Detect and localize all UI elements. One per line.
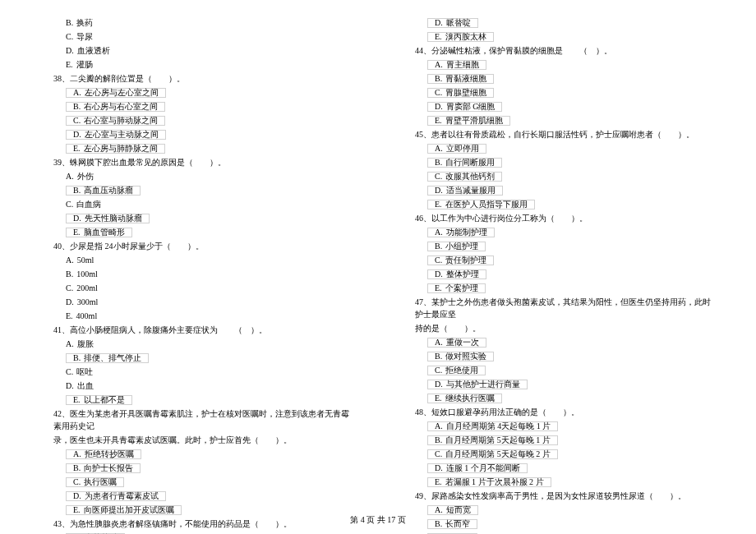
option: A.自月经周期第 4天起每晚 1 片 xyxy=(427,420,715,432)
option: D.哌替啶 xyxy=(427,16,715,29)
question-42-stem-line1: 42、医生为某患者开具医嘱青霉素肌注，护士在核对医嘱时，注意到该患者无青霉素用药… xyxy=(53,407,353,432)
option: B.胃黏液细胞 xyxy=(427,72,715,85)
option: E.以上都不是 xyxy=(66,394,353,406)
question-42-stem-line2: 录，医生也未开具青霉素皮试医嘱。此时，护士应首先（ ）。 xyxy=(53,434,353,446)
question-47-stem-line1: 47、某护士之外伤患者做头孢菌素皮试，其结果为阳性，但医生仍坚持用药，此时护士最… xyxy=(415,296,715,320)
option: D.左心室与主动脉之间 xyxy=(66,128,353,140)
option: E.若漏服 1 片于次晨补服 2 片 xyxy=(427,476,715,488)
option: D.整体护理 xyxy=(427,268,715,280)
option: A.腹胀 xyxy=(66,338,353,350)
option: E.脑血管畸形 xyxy=(66,226,353,238)
option: D.先天性脑动脉瘤 xyxy=(66,212,353,224)
option: C.右心室与肺动脉之间 xyxy=(66,114,353,127)
option: D.出血 xyxy=(66,380,353,392)
option: C.白血病 xyxy=(66,198,353,210)
option: A.50ml xyxy=(66,254,353,266)
option: C.责任制护理 xyxy=(427,254,715,266)
option: E.在医护人员指导下服用 xyxy=(427,198,715,210)
option: C.执行医嘱 xyxy=(66,476,353,488)
right-column: D.哌替啶 E.溴丙胺太林 44、分泌碱性粘液，保护胃黏膜的细胞是 （ ）。 A… xyxy=(403,16,715,534)
question-41-stem: 41、高位小肠梗阻病人，除腹痛外主要症状为 （ ）。 xyxy=(53,324,353,336)
option: A.外伤 xyxy=(66,170,353,182)
option: D.适当减量服用 xyxy=(427,184,715,196)
option: C.200ml xyxy=(66,282,353,294)
page-footer: 第 4 页 共 17 页 xyxy=(0,514,756,526)
question-38-stem: 38、二尖瓣的解剖位置是（ ）。 xyxy=(53,72,353,85)
option: B.高血压动脉瘤 xyxy=(66,184,353,196)
option: A.胃主细胞 xyxy=(427,58,715,71)
option: E.胃壁平滑肌细胞 xyxy=(427,114,715,127)
option: B.排便、排气停止 xyxy=(66,352,353,364)
option: A.左心房与左心室之间 xyxy=(66,86,353,99)
option: C.胃腺壁细胞 xyxy=(427,86,715,99)
option: E.个案护理 xyxy=(427,282,715,294)
two-column-layout: B.换药 C.导尿 D.血液透析 E.灌肠 38、二尖瓣的解剖位置是（ ）。 A… xyxy=(41,16,715,534)
option: B.自行间断服用 xyxy=(427,156,715,168)
option: A.重做一次 xyxy=(427,336,715,348)
option: D.胃窦部 G细胞 xyxy=(427,100,715,113)
option: B.向护士长报告 xyxy=(66,462,353,474)
option: E.继续执行医嘱 xyxy=(427,392,715,404)
question-45-stem: 45、患者以往有骨质疏松，自行长期口服活性钙，护士应嘱咐患者（ ）。 xyxy=(415,128,715,140)
question-44-stem: 44、分泌碱性粘液，保护胃黏膜的细胞是 （ ）。 xyxy=(415,44,715,57)
option: C.改服其他钙剂 xyxy=(427,170,715,182)
option: D.300ml xyxy=(66,296,353,308)
option: C.拒绝使用 xyxy=(427,364,715,376)
option: C.导尿 xyxy=(66,30,353,43)
question-49-stem: 49、尿路感染女性发病率高于男性，是因为女性尿道较男性尿道（ ）。 xyxy=(415,490,715,502)
option: E.溴丙胺太林 xyxy=(427,30,715,43)
option: E.灌肠 xyxy=(66,58,353,71)
question-48-stem: 48、短效口服避孕药用法正确的是（ ）。 xyxy=(415,406,715,418)
option: B.100ml xyxy=(66,268,353,280)
option: B.小组护理 xyxy=(427,240,715,252)
option: D.血液透析 xyxy=(66,44,353,57)
option: C.呕吐 xyxy=(66,366,353,378)
option: D.与其他护士进行商量 xyxy=(427,378,715,390)
option: D.连服 1 个月不能间断 xyxy=(427,462,715,474)
option: A.功能制护理 xyxy=(427,226,715,238)
option: E.左心房与肺静脉之间 xyxy=(66,142,353,154)
option: E.400ml xyxy=(66,310,353,322)
option: B.自月经周期第 5天起每晚 1 片 xyxy=(427,434,715,446)
question-46-stem: 46、以工作为中心进行岗位分工称为（ ）。 xyxy=(415,212,715,224)
option: D.为患者行青霉素皮试 xyxy=(66,490,353,502)
left-column: B.换药 C.导尿 D.血液透析 E.灌肠 38、二尖瓣的解剖位置是（ ）。 A… xyxy=(41,16,353,534)
option: A.立即停用 xyxy=(427,142,715,154)
option: B.换药 xyxy=(66,16,353,29)
option: C.自月经周期第 5天起每晚 2 片 xyxy=(427,448,715,460)
option: B.做对照实验 xyxy=(427,350,715,362)
option: B.右心房与右心室之间 xyxy=(66,100,353,113)
question-40-stem: 40、少尿是指 24小时尿量少于（ ）。 xyxy=(53,240,353,252)
question-47-stem-line2: 持的是（ ）。 xyxy=(415,322,715,334)
question-39-stem: 39、蛛网膜下腔出血最常见的原因是（ ）。 xyxy=(53,156,353,168)
option: A.拒绝转抄医嘱 xyxy=(66,448,353,460)
